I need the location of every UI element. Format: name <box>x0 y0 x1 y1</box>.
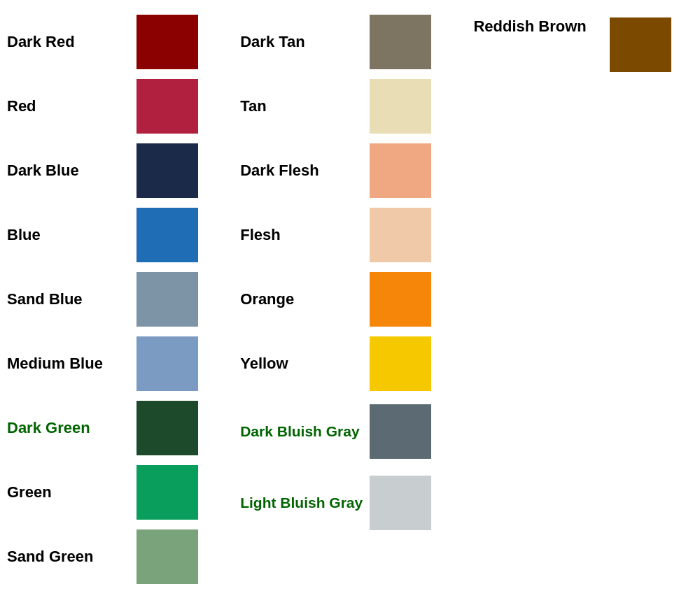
label-dark-tan: Dark Tan <box>240 33 370 50</box>
color-row-dark-red: Dark Red <box>7 14 240 70</box>
swatch-blue <box>136 208 198 262</box>
swatch-dark-bluish-gray <box>370 404 431 459</box>
label-flesh: Flesh <box>240 226 370 243</box>
column-1: Dark Red Red Dark Blue Blue Sand Blue Me… <box>7 14 240 593</box>
label-blue: Blue <box>7 226 136 243</box>
color-row-tan: Tan <box>240 78 473 134</box>
color-row-green: Green <box>7 464 240 520</box>
color-row-orange: Orange <box>240 271 473 327</box>
color-row-sand-blue: Sand Blue <box>7 271 240 327</box>
label-orange: Orange <box>240 290 370 308</box>
swatch-dark-tan <box>370 15 431 69</box>
column-2: Dark Tan Tan Dark Flesh Flesh Orange Yel… <box>240 14 473 593</box>
label-light-bluish-gray: Light Bluish Gray <box>240 494 370 511</box>
swatch-light-bluish-gray <box>370 476 431 530</box>
swatch-flesh <box>370 208 431 262</box>
color-row-light-bluish-gray: Light Bluish Gray <box>240 471 473 534</box>
label-dark-red: Dark Red <box>7 33 136 50</box>
label-medium-blue: Medium Blue <box>7 355 136 372</box>
label-reddish-brown: Reddish Brown <box>473 17 610 35</box>
swatch-dark-blue <box>136 143 198 198</box>
label-green: Green <box>7 483 136 501</box>
color-row-red: Red <box>7 78 240 134</box>
swatch-reddish-brown <box>610 17 671 72</box>
color-row-medium-blue: Medium Blue <box>7 336 240 392</box>
color-row-flesh: Flesh <box>240 207 473 263</box>
swatch-green <box>136 465 198 520</box>
color-row-dark-bluish-gray: Dark Bluish Gray <box>240 400 473 463</box>
color-row-sand-green: Sand Green <box>7 529 240 585</box>
swatch-tan <box>370 79 431 134</box>
main-container: Dark Red Red Dark Blue Blue Sand Blue Me… <box>0 0 700 607</box>
color-row-dark-blue: Dark Blue <box>7 143 240 199</box>
swatch-sand-blue <box>136 272 198 327</box>
color-row-dark-tan: Dark Tan <box>240 14 473 70</box>
swatch-orange <box>370 272 431 327</box>
label-dark-bluish-gray: Dark Bluish Gray <box>240 423 370 440</box>
swatch-red <box>136 79 198 134</box>
swatch-yellow <box>370 336 431 391</box>
color-row-reddish-brown: Reddish Brown <box>473 14 693 72</box>
swatch-dark-green <box>136 401 198 455</box>
label-dark-flesh: Dark Flesh <box>240 162 370 179</box>
label-dark-green: Dark Green <box>7 419 136 436</box>
color-row-dark-flesh: Dark Flesh <box>240 143 473 199</box>
swatch-sand-green <box>136 529 198 584</box>
color-row-blue: Blue <box>7 207 240 263</box>
color-row-yellow: Yellow <box>240 336 473 392</box>
color-row-dark-green: Dark Green <box>7 400 240 456</box>
swatch-medium-blue <box>136 336 198 391</box>
swatch-dark-flesh <box>370 143 431 198</box>
label-dark-blue: Dark Blue <box>7 162 136 179</box>
swatch-dark-red <box>136 15 198 69</box>
column-3: Reddish Brown <box>473 14 693 593</box>
label-tan: Tan <box>240 97 370 115</box>
label-yellow: Yellow <box>240 355 370 372</box>
label-sand-blue: Sand Blue <box>7 290 136 308</box>
label-sand-green: Sand Green <box>7 548 136 565</box>
label-red: Red <box>7 97 136 115</box>
